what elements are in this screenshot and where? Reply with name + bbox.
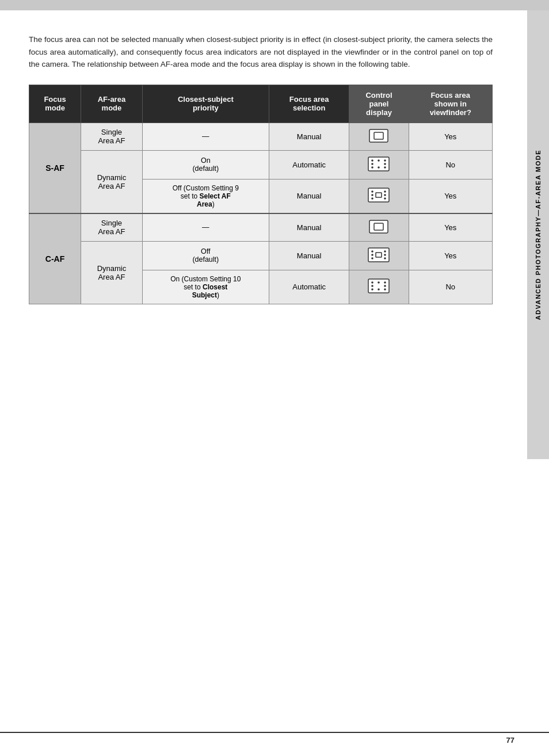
focus-sel-3: Manual xyxy=(269,179,349,213)
dots-icon-2 xyxy=(367,277,391,295)
bottom-rule xyxy=(0,732,549,733)
closest-dynamic-off: Off (Custom Setting 9set to Select AFAre… xyxy=(142,179,269,213)
top-bar xyxy=(0,0,549,10)
control-icon-1 xyxy=(349,123,409,150)
svg-point-32 xyxy=(384,281,387,284)
svg-rect-0 xyxy=(369,129,388,142)
viewfinder-6: No xyxy=(409,270,493,304)
svg-point-14 xyxy=(372,197,374,200)
svg-point-24 xyxy=(372,257,374,259)
svg-point-9 xyxy=(372,163,374,165)
af-area-table: Focusmode AF-areamode Closest-subjectpri… xyxy=(29,85,493,304)
svg-point-6 xyxy=(372,166,374,169)
header-viewfinder: Focus areashown inviewfinder? xyxy=(409,85,493,123)
table-row: DynamicArea AF Off(default) Manual xyxy=(29,241,493,270)
table-row: C-AF SingleArea AF — Manual Yes xyxy=(29,213,493,242)
svg-point-33 xyxy=(372,288,374,291)
focus-sel-1: Manual xyxy=(269,123,349,150)
control-icon-6 xyxy=(349,270,409,304)
focus-mode-saf: S-AF xyxy=(29,123,81,213)
sidebar-text: ADVANCED PHOTOGRAPHY—AF-AREA MODE xyxy=(535,150,542,320)
svg-point-12 xyxy=(372,190,374,193)
svg-point-3 xyxy=(372,159,374,162)
svg-point-15 xyxy=(384,197,387,200)
sidebar-right: ADVANCED PHOTOGRAPHY—AF-AREA MODE xyxy=(527,10,549,459)
svg-point-27 xyxy=(372,254,374,256)
svg-point-17 xyxy=(372,194,374,196)
svg-point-8 xyxy=(384,166,387,169)
svg-rect-19 xyxy=(369,220,388,233)
control-icon-4 xyxy=(349,213,409,242)
af-area-dynamic-1: DynamicArea AF xyxy=(81,150,143,213)
main-content: The focus area can not be selected manua… xyxy=(0,10,527,327)
svg-point-5 xyxy=(384,159,387,162)
control-icon-5 xyxy=(349,241,409,270)
svg-point-4 xyxy=(378,159,380,162)
viewfinder-5: Yes xyxy=(409,241,493,270)
intro-paragraph: The focus area can not be selected manua… xyxy=(29,33,493,71)
svg-point-23 xyxy=(384,250,387,253)
svg-point-31 xyxy=(378,281,380,284)
svg-point-13 xyxy=(384,190,387,193)
header-closest: Closest-subjectpriority xyxy=(142,85,269,123)
closest-dynamic-on: On(default) xyxy=(142,150,269,179)
closest-caf-off: Off(default) xyxy=(142,241,269,270)
page-number: 77 xyxy=(506,736,514,744)
focus-sel-5: Manual xyxy=(269,241,349,270)
viewfinder-2: No xyxy=(409,150,493,179)
svg-point-37 xyxy=(384,285,387,287)
control-icon-2 xyxy=(349,150,409,179)
control-icon-3 xyxy=(349,179,409,213)
svg-point-36 xyxy=(372,285,374,287)
bracket-icon xyxy=(368,128,390,144)
svg-point-18 xyxy=(384,194,387,196)
svg-point-22 xyxy=(372,250,374,253)
svg-point-35 xyxy=(384,288,387,291)
page-container: ADVANCED PHOTOGRAPHY—AF-AREA MODE The fo… xyxy=(0,0,549,756)
svg-point-30 xyxy=(372,281,374,284)
viewfinder-1: Yes xyxy=(409,123,493,150)
focus-sel-6: Automatic xyxy=(269,270,349,304)
af-area-dynamic-2: DynamicArea AF xyxy=(81,241,143,304)
bracket-icon-2 xyxy=(368,219,390,235)
table-row: DynamicArea AF On(default) Automatic xyxy=(29,150,493,179)
header-af-area: AF-areamode xyxy=(81,85,143,123)
table-row: S-AF SingleArea AF — Manual Yes xyxy=(29,123,493,150)
svg-point-34 xyxy=(378,288,380,291)
af-area-single-2: SingleArea AF xyxy=(81,213,143,242)
svg-point-25 xyxy=(384,257,387,259)
svg-point-28 xyxy=(384,254,387,256)
viewfinder-3: Yes xyxy=(409,179,493,213)
svg-point-7 xyxy=(378,166,380,169)
focus-sel-4: Manual xyxy=(269,213,349,242)
dots-icon xyxy=(367,155,391,173)
dots-bracket-icon-2 xyxy=(367,246,391,264)
focus-sel-2: Automatic xyxy=(269,150,349,179)
closest-caf-on: On (Custom Setting 10set to ClosestSubje… xyxy=(142,270,269,304)
focus-mode-caf: C-AF xyxy=(29,213,81,304)
header-focus-mode: Focusmode xyxy=(29,85,81,123)
dots-bracket-icon xyxy=(367,186,391,204)
af-area-single-1: SingleArea AF xyxy=(81,123,143,150)
header-focus-selection: Focus areaselection xyxy=(269,85,349,123)
closest-single-2: — xyxy=(142,213,269,242)
svg-point-10 xyxy=(384,163,387,165)
closest-single-1: — xyxy=(142,123,269,150)
viewfinder-4: Yes xyxy=(409,213,493,242)
header-control-panel: Controlpaneldisplay xyxy=(349,85,409,123)
